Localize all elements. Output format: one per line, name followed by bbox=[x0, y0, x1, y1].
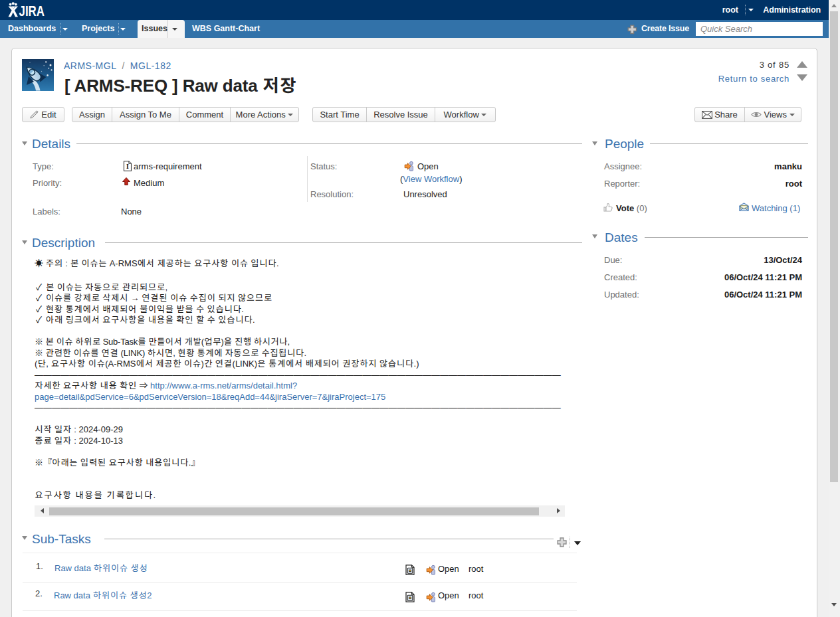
svg-text:JIRA: JIRA bbox=[19, 3, 45, 19]
svg-text:I: I bbox=[126, 163, 129, 170]
